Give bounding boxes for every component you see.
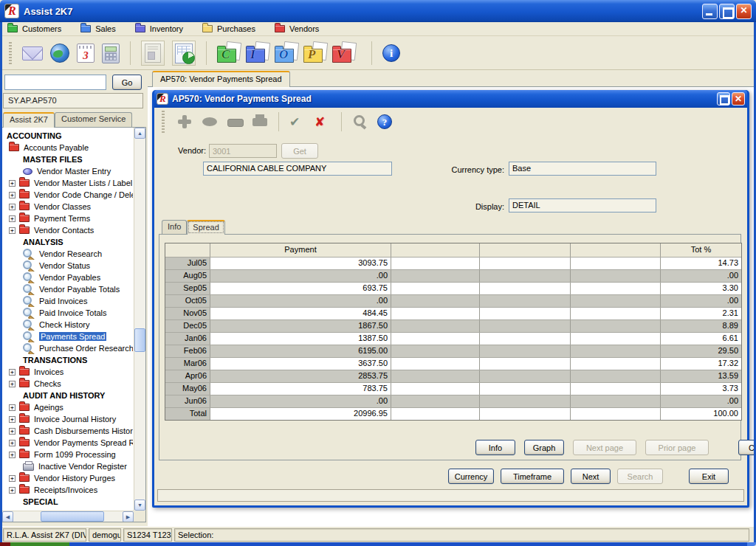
help-icon[interactable]: ? xyxy=(377,114,392,129)
status-panel-r-l-a-assist-2k7-div: R.L.A. Assist 2K7 (DIV) xyxy=(3,528,86,542)
vscroll-thumb[interactable] xyxy=(134,328,145,352)
tree-hscrollbar[interactable]: ◀ ▶ xyxy=(2,511,134,522)
expand-plus-icon[interactable]: + xyxy=(9,440,16,446)
tree-item-receipts-invoices[interactable]: +Receipts/Invoices xyxy=(4,484,133,496)
scroll-right-icon[interactable]: ▶ xyxy=(123,511,134,522)
tree-item-label: Cash Disbursements Histor xyxy=(34,426,133,435)
folder-v-icon[interactable]: V xyxy=(332,42,357,64)
go-button[interactable]: Go xyxy=(112,75,142,90)
folder-i-icon[interactable]: I xyxy=(246,42,271,64)
next-button[interactable]: Next xyxy=(571,469,611,484)
dialog-close-button[interactable]: ✕ xyxy=(732,92,745,106)
tab-info[interactable]: Info xyxy=(162,220,187,234)
search-icon xyxy=(352,114,368,129)
menu-item-sales[interactable]: Sales xyxy=(80,24,116,33)
cell: 1867.50 xyxy=(210,320,391,332)
globe-icon[interactable] xyxy=(50,44,69,63)
menu-item-vendors[interactable]: Vendors xyxy=(275,24,319,33)
tree-item-accounts-payable[interactable]: Accounts Payable xyxy=(4,142,133,153)
folder-o-icon[interactable]: O xyxy=(275,42,300,64)
tree-item-vendor-master-lists-label[interactable]: +Vendor Master Lists / Label xyxy=(4,177,133,189)
expand-plus-icon[interactable]: + xyxy=(9,416,16,423)
folder-c-icon[interactable]: C xyxy=(217,42,242,64)
expand-plus-icon[interactable]: + xyxy=(9,428,16,435)
tree-item-cash-disbursements-histor[interactable]: +Cash Disbursements Histor xyxy=(4,425,133,437)
hscroll-thumb[interactable] xyxy=(41,511,104,522)
magnifier-icon xyxy=(23,249,35,259)
tree-item-vendor-status[interactable]: Vendor Status xyxy=(4,260,133,272)
scroll-left-icon[interactable]: ◀ xyxy=(2,511,13,522)
cell: 2853.75 xyxy=(210,370,391,382)
accept-check-icon[interactable]: ✔ xyxy=(289,114,306,129)
tree-item-vendor-classes[interactable]: +Vendor Classes xyxy=(4,201,133,212)
cell xyxy=(571,345,661,357)
expand-plus-icon[interactable]: + xyxy=(9,180,16,187)
dialog-toolbar-drag-handle[interactable] xyxy=(162,111,165,133)
maximize-button[interactable] xyxy=(719,4,735,19)
tree-item-paid-invoices[interactable]: Paid Invoices xyxy=(4,295,133,307)
tree-item-vendor-payables[interactable]: Vendor Payables xyxy=(4,272,133,283)
folder-p-icon[interactable]: P xyxy=(303,42,329,64)
tree-item-vendor-master-entry[interactable]: Vendor Master Entry xyxy=(4,165,133,177)
expand-plus-icon[interactable]: + xyxy=(9,404,16,411)
cancel-x-icon[interactable]: ✘ xyxy=(315,114,331,129)
folder-icon xyxy=(275,25,285,32)
tree-item-payments-spread[interactable]: Payments Spread xyxy=(4,331,133,342)
menu-item-customers[interactable]: Customers xyxy=(7,24,61,33)
expand-plus-icon[interactable]: + xyxy=(9,487,16,494)
dialog-maximize-button[interactable] xyxy=(717,92,730,106)
minimize-button[interactable] xyxy=(702,4,718,19)
calculator-icon[interactable] xyxy=(102,44,120,63)
tree-item-payment-terms[interactable]: +Payment Terms xyxy=(4,212,133,224)
tree-item-vendor-contacts[interactable]: +Vendor Contacts xyxy=(4,224,133,236)
tree-item-paid-invoice-totals[interactable]: Paid Invoice Totals xyxy=(4,307,133,319)
search-input[interactable] xyxy=(4,75,106,90)
expand-plus-icon[interactable]: + xyxy=(9,381,16,387)
report-chart-button[interactable] xyxy=(172,41,196,66)
status-panel-selection: Selection: xyxy=(174,528,749,542)
calendar-icon[interactable]: 3 xyxy=(77,44,94,63)
tree-item-purchase-order-research[interactable]: Purchase Order Research xyxy=(4,342,133,354)
menu-item-purchases[interactable]: Purchases xyxy=(202,24,255,33)
toolbar-drag-handle[interactable] xyxy=(9,42,12,64)
column-header xyxy=(571,243,661,257)
tree-item-check-history[interactable]: Check History xyxy=(4,319,133,331)
graph-button[interactable]: Graph xyxy=(524,440,564,455)
tree-item-vendor-payable-totals[interactable]: Vendor Payable Totals xyxy=(4,283,133,295)
scroll-down-icon[interactable]: ▼ xyxy=(134,500,145,511)
tree-item-vendor-code-change-dele[interactable]: +Vendor Code Change / Dele xyxy=(4,189,133,201)
tab-customer-service[interactable]: Customer Service xyxy=(55,112,132,127)
tree-item-item[interactable] xyxy=(4,508,133,510)
folder-icon xyxy=(19,451,30,458)
currency-button[interactable]: Currency xyxy=(448,469,494,484)
tree-item-invoice-journal-history[interactable]: +Invoice Journal History xyxy=(4,413,133,425)
exit-button[interactable]: Exit xyxy=(689,469,729,484)
tree-item-vendor-history-purges[interactable]: +Vendor History Purges xyxy=(4,472,133,484)
expand-plus-icon[interactable]: + xyxy=(9,227,16,234)
timeframe-button[interactable]: Timeframe xyxy=(501,469,564,484)
tree-item-ageings[interactable]: +Ageings xyxy=(4,401,133,413)
close-button[interactable]: ✕ xyxy=(736,4,752,19)
expand-plus-icon[interactable]: + xyxy=(9,369,16,376)
scroll-up-icon[interactable]: ▲ xyxy=(134,128,145,139)
tab-spread[interactable]: Spread xyxy=(187,220,224,235)
menu-item-inventory[interactable]: Inventory xyxy=(135,24,183,33)
tab-ap570[interactable]: AP570: Vendor Payments Spread xyxy=(152,71,290,87)
tree-item-checks[interactable]: +Checks xyxy=(4,378,133,390)
expand-plus-icon[interactable]: + xyxy=(9,204,16,210)
tree-vscrollbar[interactable]: ▲ ▼ xyxy=(134,128,145,511)
cell xyxy=(391,283,480,294)
tree-item-vendor-payments-spread-r[interactable]: +Vendor Payments Spread R xyxy=(4,437,133,449)
tree-item-inactive-vendor-register[interactable]: Inactive Vendor Register xyxy=(4,460,133,472)
expand-plus-icon[interactable]: + xyxy=(9,475,16,482)
mail-icon[interactable] xyxy=(22,46,43,61)
info-button[interactable]: Info xyxy=(475,440,515,455)
expand-plus-icon[interactable]: + xyxy=(9,452,16,458)
expand-plus-icon[interactable]: + xyxy=(9,192,16,198)
tree-item-form-1099-processing[interactable]: +Form 1099 Processing xyxy=(4,449,133,460)
tree-item-invoices[interactable]: +Invoices xyxy=(4,366,133,378)
info-icon[interactable]: i xyxy=(382,44,400,62)
tab-assist-2k7[interactable]: Assist 2K7 xyxy=(3,112,55,128)
tree-item-vendor-research[interactable]: Vendor Research xyxy=(4,248,133,260)
expand-plus-icon[interactable]: + xyxy=(9,215,16,222)
